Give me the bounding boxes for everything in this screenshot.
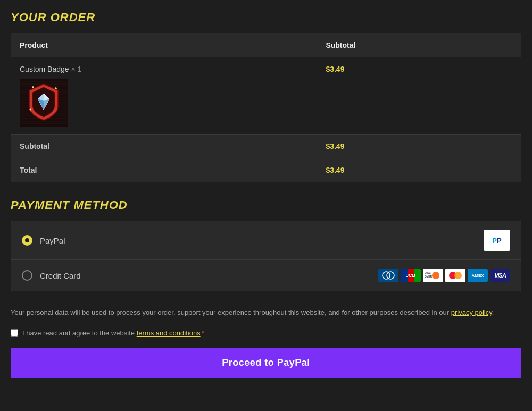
svg-point-32 — [383, 272, 390, 279]
credit-card-option[interactable]: Credit Card JCB DISCOVER AMEX VISA — [11, 260, 521, 291]
subtotal-row: Subtotal $3.49 — [11, 135, 521, 158]
paypal-label: PayPal — [40, 236, 65, 245]
paypal-radio[interactable] — [22, 235, 32, 246]
svg-text:OVER: OVER — [425, 275, 433, 278]
product-subtotal: $3.49 — [317, 57, 521, 135]
subtotal-value: $3.49 — [317, 135, 521, 158]
jcb-icon: JCB — [401, 269, 421, 282]
terms-link[interactable]: terms and conditions — [137, 329, 201, 337]
privacy-policy-link[interactable]: privacy policy — [451, 308, 492, 316]
order-table: Product Subtotal Custom Badge × 1 — [11, 33, 521, 182]
col-product-header: Product — [11, 33, 317, 57]
required-indicator: * — [202, 329, 204, 337]
credit-card-label: Credit Card — [40, 271, 81, 280]
svg-point-33 — [387, 272, 394, 279]
total-label: Total — [11, 158, 317, 182]
product-qty: × 1 — [71, 65, 82, 73]
svg-point-35 — [432, 272, 439, 279]
terms-row: I have read and agree to the website ter… — [11, 329, 521, 337]
payment-section: PAYMENT METHOD PayPal PP Credit Card — [11, 198, 521, 291]
mastercard-icon — [445, 269, 466, 282]
paypal-icon: PP — [484, 230, 510, 251]
paypal-icon-container: PP — [484, 230, 510, 251]
terms-text: I have read and agree to the website ter… — [22, 329, 204, 337]
discover-icon: DISCOVER — [423, 269, 443, 282]
card-icons-container: JCB DISCOVER AMEX VISA — [378, 269, 510, 282]
subtotal-label: Subtotal — [11, 135, 317, 158]
product-cell: Custom Badge × 1 — [11, 57, 317, 135]
total-row: Total $3.49 — [11, 158, 521, 182]
proceed-to-paypal-button[interactable]: Proceed to PayPal — [11, 348, 521, 378]
amex-icon: AMEX — [468, 269, 488, 282]
product-name: Custom Badge × 1 — [20, 65, 308, 73]
product-badge-image — [20, 79, 68, 127]
svg-point-40 — [454, 272, 462, 279]
your-order-title: YOUR ORDER — [11, 11, 521, 24]
payment-method-title: PAYMENT METHOD — [11, 198, 521, 212]
visa-icon: VISA — [490, 269, 510, 282]
privacy-notice: Your personal data will be used to proce… — [11, 307, 521, 318]
diners-icon — [378, 269, 398, 282]
svg-point-28 — [55, 88, 57, 89]
svg-point-31 — [30, 109, 31, 110]
payment-options-box: PayPal PP Credit Card JCB DISCOVE — [11, 221, 521, 291]
svg-point-25 — [32, 87, 34, 88]
svg-text:DISC: DISC — [425, 271, 431, 274]
paypal-option[interactable]: PayPal PP — [11, 221, 521, 260]
credit-card-radio[interactable] — [22, 270, 32, 281]
product-row: Custom Badge × 1 — [11, 57, 521, 135]
terms-checkbox[interactable] — [11, 329, 18, 337]
total-value: $3.49 — [317, 158, 521, 182]
col-subtotal-header: Subtotal — [317, 33, 521, 57]
